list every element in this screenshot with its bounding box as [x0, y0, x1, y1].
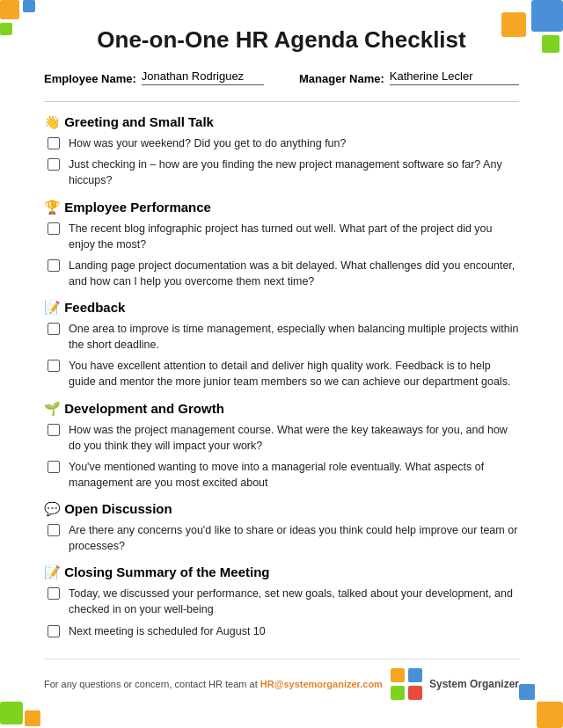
checkbox-performance-1[interactable] [48, 259, 60, 272]
section-greeting: 👋 Greeting and Small TalkHow was your we… [44, 114, 519, 188]
sections-container: 👋 Greeting and Small TalkHow was your we… [44, 114, 519, 639]
section-header-feedback: 📝 Feedback [44, 300, 519, 316]
footer-text-before: For any questions or concern, contact HR… [44, 679, 258, 689]
checklist-item: Just checking in – how are you finding t… [44, 157, 519, 188]
footer-text: For any questions or concern, contact HR… [44, 679, 383, 689]
checklist-item: Are there any concerns you'd like to sha… [44, 522, 519, 554]
item-text: How was the project management course. W… [69, 422, 519, 454]
checkbox-development-1[interactable] [48, 461, 60, 473]
header-fields: Employee Name: Jonathan Rodriguez Manage… [44, 69, 519, 85]
checkbox-greeting-1[interactable] [48, 158, 60, 171]
item-text: You've mentioned wanting to move into a … [69, 459, 519, 491]
svg-rect-12 [391, 686, 405, 700]
svg-rect-11 [408, 668, 422, 682]
section-discussion: 💬 Open DiscussionAre there any concerns … [44, 501, 519, 554]
checkbox-discussion-0[interactable] [48, 524, 60, 536]
checklist-item: The recent blog infographic project has … [44, 221, 519, 252]
section-header-development: 🌱 Development and Growth [44, 401, 519, 417]
item-text: The recent blog infographic project has … [69, 221, 519, 252]
employee-field-group: Employee Name: Jonathan Rodriguez [44, 69, 264, 85]
section-header-performance: 🏆 Employee Performance [44, 200, 519, 215]
section-development: 🌱 Development and GrowthHow was the proj… [44, 401, 519, 491]
checkbox-feedback-1[interactable] [48, 360, 60, 372]
checkbox-development-0[interactable] [48, 424, 60, 436]
checkbox-greeting-0[interactable] [48, 137, 60, 149]
footer-brand: System Organizer [391, 668, 519, 700]
page-title: One-on-One HR Agenda Checklist [44, 26, 519, 54]
checklist-item: One area to improve is time management, … [44, 321, 519, 353]
checklist-item: How was your weekend? Did you get to do … [44, 135, 519, 151]
item-text: Today, we discussed your performance, se… [69, 586, 519, 617]
checkbox-summary-0[interactable] [48, 587, 60, 600]
item-text: How was your weekend? Did you get to do … [69, 135, 346, 151]
svg-rect-13 [408, 686, 422, 700]
header-divider [44, 101, 519, 102]
checklist-item: Landing page project documentation was a… [44, 258, 519, 289]
section-header-summary: 📝 Closing Summary of the Meeting [44, 564, 519, 580]
page-container: One-on-One HR Agenda Checklist Employee … [0, 0, 563, 717]
item-text: Are there any concerns you'd like to sha… [69, 522, 519, 554]
brand-logo-icon [391, 668, 422, 700]
brand-name: System Organizer [429, 678, 519, 690]
item-text: You have excellent attention to detail a… [69, 358, 519, 389]
checkbox-summary-1[interactable] [48, 625, 60, 637]
checklist-item: How was the project management course. W… [44, 422, 519, 454]
section-header-discussion: 💬 Open Discussion [44, 501, 519, 517]
item-text: Landing page project documentation was a… [69, 258, 519, 289]
checklist-item: You have excellent attention to detail a… [44, 358, 519, 389]
manager-label: Manager Name: [299, 72, 384, 85]
item-text: Next meeting is scheduled for August 10 [69, 623, 266, 639]
checkbox-feedback-0[interactable] [48, 323, 60, 335]
item-text: One area to improve is time management, … [69, 321, 519, 353]
checklist-item: Today, we discussed your performance, se… [44, 586, 519, 617]
footer-email[interactable]: HR@systemorganizer.com [260, 679, 383, 689]
checklist-item: You've mentioned wanting to move into a … [44, 459, 519, 491]
section-summary: 📝 Closing Summary of the MeetingToday, w… [44, 564, 519, 638]
section-feedback: 📝 FeedbackOne area to improve is time ma… [44, 300, 519, 390]
employee-value: Jonathan Rodriguez [142, 69, 264, 85]
section-performance: 🏆 Employee PerformanceThe recent blog in… [44, 200, 519, 290]
svg-rect-10 [391, 668, 405, 682]
item-text: Just checking in – how are you finding t… [69, 157, 519, 188]
employee-label: Employee Name: [44, 72, 136, 85]
manager-field-group: Manager Name: Katherine Lecler [299, 69, 519, 85]
checklist-item: Next meeting is scheduled for August 10 [44, 623, 519, 639]
manager-value: Katherine Lecler [390, 69, 519, 85]
section-header-greeting: 👋 Greeting and Small Talk [44, 114, 519, 130]
checkbox-performance-0[interactable] [48, 222, 60, 235]
footer: For any questions or concern, contact HR… [44, 659, 519, 700]
